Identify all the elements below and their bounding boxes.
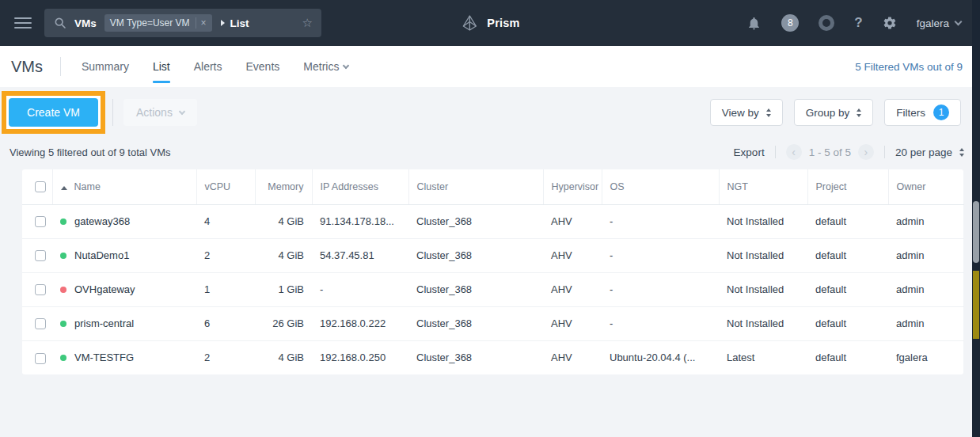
create-vm-button[interactable]: Create VM — [9, 98, 98, 127]
sort-asc-icon — [61, 186, 67, 190]
row-checkbox-cell — [22, 238, 52, 272]
cell-os: - — [602, 306, 719, 340]
cell-name: OVHgateway — [52, 272, 196, 306]
cell-cluster: Cluster_368 — [408, 340, 543, 374]
cell-hypervisor: AHV — [543, 306, 602, 340]
scrollbar-thumb[interactable] — [973, 201, 979, 263]
global-search-bar[interactable]: VMs VM Type=User VM × List ☆ — [44, 9, 321, 37]
col-header-name[interactable]: Name — [52, 169, 196, 204]
cell-project: default — [807, 340, 888, 374]
cell-project: default — [807, 306, 888, 340]
filtered-summary[interactable]: 5 Filtered VMs out of 9 — [855, 61, 963, 73]
breadcrumb: List — [230, 17, 249, 29]
col-header-cluster[interactable]: Cluster — [408, 169, 543, 204]
row-checkbox[interactable] — [35, 318, 46, 329]
vm-name-link[interactable]: NutaDemo1 — [74, 249, 129, 261]
help-icon[interactable]: ? — [854, 15, 862, 31]
search-icon — [54, 17, 66, 29]
cell-vcpu: 4 — [196, 204, 255, 238]
vm-status-dot — [60, 355, 66, 361]
tab-alerts[interactable]: Alerts — [194, 46, 222, 87]
row-checkbox-cell — [22, 306, 52, 340]
tab-events[interactable]: Events — [246, 46, 280, 87]
view-by-button[interactable]: View by — [710, 99, 783, 126]
row-checkbox[interactable] — [35, 284, 46, 295]
toolbar-right: View by Group by Filters 1 — [710, 99, 961, 126]
user-menu[interactable]: fgalera — [917, 17, 961, 29]
row-checkbox[interactable] — [35, 250, 46, 261]
scrollbar[interactable] — [972, 0, 980, 437]
activity-ring-icon[interactable] — [819, 15, 834, 31]
page-next-icon[interactable]: › — [858, 144, 874, 160]
bell-icon[interactable] — [746, 16, 762, 31]
table-header-row: Name vCPU Memory IP Addresses Cluster Hy… — [22, 169, 964, 204]
col-header-ngt[interactable]: NGT — [719, 169, 807, 204]
cell-name: prism-central — [52, 306, 196, 340]
select-all-checkbox[interactable] — [35, 181, 46, 192]
create-vm-highlight-box: Create VM — [2, 91, 105, 134]
cell-os: - — [602, 272, 719, 306]
cell-vcpu: 6 — [196, 306, 255, 340]
notification-count-badge[interactable]: 8 — [781, 14, 799, 32]
page-range: 1 - 5 of 5 — [809, 146, 851, 158]
cell-vcpu: 2 — [196, 340, 255, 374]
cell-owner: admin — [888, 204, 964, 238]
vm-name-link[interactable]: VM-TESTFG — [74, 352, 134, 363]
row-checkbox[interactable] — [35, 216, 46, 227]
divider — [775, 146, 776, 158]
cell-cluster: Cluster_368 — [408, 272, 543, 306]
cell-owner: fgalera — [888, 340, 964, 374]
col-header-hypervisor[interactable]: Hypervisor — [543, 169, 602, 204]
vm-table: Name vCPU Memory IP Addresses Cluster Hy… — [22, 169, 963, 374]
tab-summary[interactable]: Summary — [82, 46, 129, 87]
cell-cluster: Cluster_368 — [408, 238, 543, 272]
cell-memory: 4 GiB — [255, 238, 312, 272]
cell-memory: 4 GiB — [255, 340, 312, 374]
gear-icon[interactable] — [883, 16, 897, 30]
favorite-star-icon[interactable]: ☆ — [302, 16, 313, 30]
filters-count-badge: 1 — [933, 104, 949, 120]
vm-name-link[interactable]: OVHgateway — [74, 283, 135, 295]
brand-name: Prism — [487, 17, 519, 29]
sort-updown-icon — [766, 108, 771, 117]
filter-tag-close-icon[interactable]: × — [196, 17, 207, 28]
page-title: VMs — [11, 58, 43, 76]
vm-name-link[interactable]: prism-central — [74, 317, 134, 329]
search-filter-tag[interactable]: VM Type=User VM × — [104, 14, 212, 32]
cell-memory: 4 GiB — [255, 204, 312, 238]
entity-nav: VMs Summary List Alerts Events Metrics 5… — [0, 46, 980, 87]
col-header-os[interactable]: OS — [602, 169, 719, 204]
row-checkbox-cell — [22, 204, 52, 238]
brand: Prism — [460, 13, 519, 32]
filters-button[interactable]: Filters 1 — [884, 99, 961, 126]
cell-ngt: Not Installed — [719, 272, 807, 306]
table-row: prism-central 6 26 GiB 192.168.0.222 Clu… — [22, 306, 964, 340]
col-header-memory[interactable]: Memory — [255, 169, 312, 204]
cell-vcpu: 2 — [196, 238, 255, 272]
table-row: NutaDemo1 2 4 GiB 54.37.45.81 Cluster_36… — [22, 238, 964, 272]
chevron-down-icon — [343, 63, 349, 69]
cell-hypervisor: AHV — [543, 204, 602, 238]
col-header-owner[interactable]: Owner — [888, 169, 964, 204]
cell-ngt: Latest — [719, 340, 807, 374]
tab-metrics[interactable]: Metrics — [303, 46, 348, 87]
cell-cluster: Cluster_368 — [408, 204, 543, 238]
export-link[interactable]: Export — [734, 146, 765, 158]
page-size-select[interactable]: 20 per page — [895, 146, 964, 158]
col-header-vcpu[interactable]: vCPU — [196, 169, 255, 204]
vm-name-link[interactable]: gateway368 — [74, 215, 130, 227]
col-header-ip[interactable]: IP Addresses — [312, 169, 408, 204]
username: fgalera — [917, 17, 949, 29]
row-checkbox[interactable] — [35, 353, 46, 364]
page-prev-icon[interactable]: ‹ — [786, 144, 802, 160]
hamburger-menu-icon[interactable] — [14, 14, 32, 32]
col-header-project[interactable]: Project — [807, 169, 888, 204]
vm-status-dot — [60, 287, 66, 293]
vm-status-dot — [60, 321, 66, 327]
sort-updown-icon — [857, 108, 861, 117]
cell-name: NutaDemo1 — [52, 238, 196, 272]
toolbar-divider — [112, 99, 113, 126]
group-by-button[interactable]: Group by — [794, 99, 874, 126]
tab-list[interactable]: List — [153, 46, 170, 87]
topbar-actions: 8 ? fgalera — [746, 14, 961, 32]
